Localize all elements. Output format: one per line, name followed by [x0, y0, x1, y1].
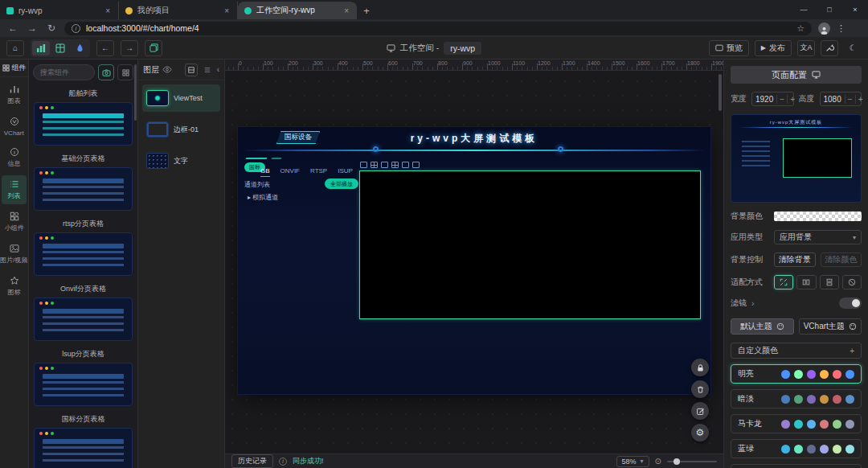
delete-button[interactable]: [691, 380, 709, 398]
chart-button[interactable]: [32, 41, 50, 55]
lock-button[interactable]: [691, 359, 709, 376]
tab-close-icon[interactable]: ×: [104, 6, 112, 15]
window-close-button[interactable]: ×: [842, 0, 868, 19]
screen-tab[interactable]: RTSP: [310, 167, 327, 177]
water-drop-button[interactable]: [71, 41, 88, 55]
sidebar-item-widgets[interactable]: 小组件: [2, 207, 27, 236]
component-thumbnail[interactable]: [34, 232, 133, 276]
site-info-icon[interactable]: i: [72, 24, 80, 33]
tab-close-icon[interactable]: ×: [342, 6, 350, 15]
clear-background-button[interactable]: 清除背景: [774, 252, 816, 267]
table-button[interactable]: [51, 41, 69, 55]
url-text[interactable]: localhost:3000/#/chart/home/4: [86, 23, 199, 33]
search-input[interactable]: [33, 64, 95, 80]
split-screen-icons[interactable]: [360, 162, 420, 168]
component-card[interactable]: rtsp分页表格: [34, 219, 133, 276]
theme-row[interactable]: 马卡龙: [731, 414, 862, 433]
preview-button[interactable]: 预览: [709, 40, 749, 56]
tab-close-icon[interactable]: ×: [223, 6, 231, 15]
zoom-fit-icon[interactable]: ⊙: [655, 457, 661, 466]
screen-tab[interactable]: ISUP: [338, 167, 353, 177]
component-thumbnail[interactable]: [34, 167, 133, 211]
language-button[interactable]: 文A: [797, 40, 815, 56]
tools-button[interactable]: [821, 40, 838, 56]
sidebar-item-icons[interactable]: 图标: [2, 272, 27, 301]
layer-item[interactable]: 边框-01: [142, 116, 220, 143]
component-card[interactable]: Onvif分页表格: [34, 284, 133, 341]
zoom-select[interactable]: 58%▾: [616, 456, 649, 467]
play-all-button[interactable]: 全部播放: [325, 179, 358, 189]
component-thumbnail[interactable]: [34, 298, 133, 341]
layers-list-view-button[interactable]: [201, 64, 214, 76]
grid-view-button[interactable]: [117, 64, 133, 80]
decrement-icon[interactable]: −: [845, 95, 855, 104]
fit-height-button[interactable]: [820, 275, 839, 289]
component-thumbnail[interactable]: [34, 428, 133, 468]
bookmark-star-icon[interactable]: ☆: [796, 23, 805, 34]
component-thumbnail[interactable]: [34, 363, 133, 406]
history-button[interactable]: 历史记录: [231, 454, 273, 468]
theme-row[interactable]: 明亮: [731, 364, 862, 384]
eye-icon[interactable]: [162, 66, 172, 73]
snapshot-button[interactable]: [145, 40, 162, 56]
fit-none-button[interactable]: [842, 275, 862, 289]
layer-item[interactable]: ViewTest: [142, 84, 220, 112]
publish-button[interactable]: ▶ 发布: [755, 40, 792, 56]
width-stepper[interactable]: 1920 − +: [751, 92, 794, 106]
collapse-panel-icon[interactable]: ‹: [217, 65, 219, 74]
clear-color-button[interactable]: 清除颜色: [821, 252, 862, 267]
layer-item[interactable]: 文字: [142, 147, 220, 174]
theme-row[interactable]: 暗淡: [731, 389, 862, 408]
redo-button[interactable]: →: [121, 40, 138, 56]
window-minimize-button[interactable]: —: [791, 0, 817, 19]
url-box[interactable]: i localhost:3000/#/chart/home/4 ☆: [64, 22, 812, 35]
back-button[interactable]: ←: [6, 23, 19, 34]
sidebar-item-vchart[interactable]: VChart: [2, 113, 27, 140]
browser-tab-active[interactable]: 工作空间-ry-wvp ×: [238, 2, 357, 19]
custom-color-row[interactable]: 自定义颜色 +: [731, 343, 862, 359]
theme-row[interactable]: 青草: [731, 464, 862, 468]
height-stepper[interactable]: 1080 − +: [820, 92, 862, 106]
screen-tab[interactable]: ONVIF: [280, 167, 300, 177]
apply-type-select[interactable]: 应用背景 ▾: [774, 230, 862, 244]
component-panel-scrollbar[interactable]: [134, 64, 137, 121]
fit-width-button[interactable]: [796, 275, 816, 289]
chevron-right-icon[interactable]: ›: [751, 299, 754, 308]
video-player-area[interactable]: [359, 170, 701, 319]
page-config-button[interactable]: 页面配置: [731, 66, 862, 84]
zoom-slider[interactable]: [667, 461, 717, 462]
sidebar-item-charts[interactable]: 图表: [2, 80, 27, 109]
dark-mode-toggle[interactable]: ☾: [844, 40, 862, 56]
decrement-icon[interactable]: −: [776, 95, 787, 104]
sidebar-item-info[interactable]: 信息: [2, 143, 27, 172]
settings-button[interactable]: ⚙: [691, 424, 709, 441]
browser-tab[interactable]: 我的项目 ×: [119, 2, 238, 19]
new-tab-button[interactable]: +: [357, 2, 376, 19]
channel-tree-item[interactable]: ▸ 模拟通道: [248, 193, 278, 202]
width-value[interactable]: 1920: [752, 95, 776, 104]
zoom-slider-knob[interactable]: [674, 458, 680, 465]
browser-tab[interactable]: ry-wvp ×: [0, 2, 119, 19]
design-screen[interactable]: ry-wvp大屏测试模板 国标设备 国标 GBONVIFRTSPISUP 通道列…: [238, 127, 710, 394]
bg-color-swatch[interactable]: [774, 211, 862, 221]
theme-row[interactable]: 蓝绿: [731, 439, 862, 458]
vchart-theme-button[interactable]: VChart主题: [799, 318, 862, 335]
increment-icon[interactable]: +: [855, 95, 866, 104]
browser-menu-icon[interactable]: ⋮: [837, 23, 845, 34]
reload-button[interactable]: ↻: [45, 23, 58, 34]
component-card[interactable]: 国标分页表格: [34, 414, 133, 468]
home-button[interactable]: ⌂: [6, 40, 24, 56]
design-canvas[interactable]: 0100200300400500600700800900100011001200…: [225, 60, 723, 468]
component-card[interactable]: lsup分页表格: [34, 349, 133, 406]
layers-grid-view-button[interactable]: [185, 64, 198, 76]
profile-avatar[interactable]: [818, 23, 830, 35]
component-thumbnail[interactable]: [34, 102, 133, 146]
component-card[interactable]: 基础分页表格: [34, 154, 133, 211]
sidebar-item-list[interactable]: 列表: [2, 175, 27, 204]
increment-icon[interactable]: +: [787, 95, 797, 104]
sidebar-item-media[interactable]: 图片/视频: [2, 240, 27, 269]
image-search-button[interactable]: [98, 64, 114, 80]
forward-button[interactable]: →: [26, 23, 39, 34]
add-color-icon[interactable]: +: [850, 347, 854, 355]
fit-scale-button[interactable]: [774, 275, 793, 289]
